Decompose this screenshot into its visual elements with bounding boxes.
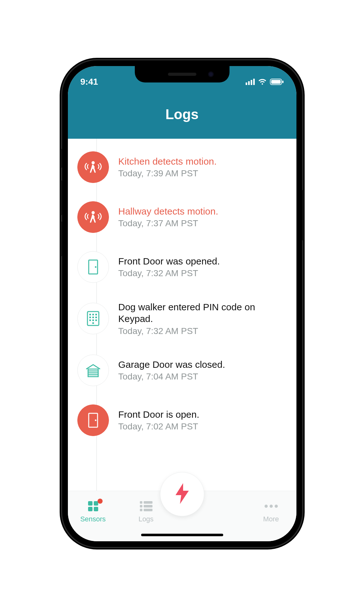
status-time: 9:41 <box>81 77 98 87</box>
battery-icon <box>270 78 284 85</box>
svg-rect-11 <box>89 317 91 318</box>
log-entry[interactable]: Hallway detects motion. Today, 7:37 AM P… <box>77 201 287 233</box>
svg-rect-9 <box>92 314 94 315</box>
more-icon <box>264 499 279 513</box>
motion-icon <box>77 151 109 183</box>
tab-bar: Sensors <box>68 491 296 541</box>
keypad-icon <box>77 303 109 334</box>
logs-list[interactable]: Kitchen detects motion. Today, 7:39 AM P… <box>68 139 296 491</box>
svg-rect-13 <box>95 317 97 318</box>
svg-rect-33 <box>144 509 152 511</box>
page-title: Logs <box>68 106 296 122</box>
volume-down-button <box>60 222 62 256</box>
log-entry[interactable]: Front Door was opened. Today, 7:32 AM PS… <box>77 251 287 283</box>
svg-point-36 <box>275 505 278 508</box>
svg-rect-2 <box>282 81 283 83</box>
log-timestamp: Today, 7:32 AM PST <box>118 326 287 336</box>
log-timestamp: Today, 7:32 AM PST <box>118 268 287 278</box>
list-icon <box>139 499 153 513</box>
phone-frame: 9:41 <box>62 60 302 547</box>
svg-point-3 <box>92 161 95 164</box>
log-title: Hallway detects motion. <box>118 205 287 217</box>
svg-rect-10 <box>95 314 97 315</box>
svg-rect-14 <box>89 319 91 321</box>
tab-label: Sensors <box>80 515 106 523</box>
svg-point-6 <box>95 266 96 268</box>
door-icon <box>77 404 109 436</box>
door-icon <box>77 251 109 283</box>
svg-point-35 <box>270 505 273 508</box>
log-timestamp: Today, 7:02 AM PST <box>118 422 287 432</box>
cellular-signal-icon <box>246 79 255 85</box>
garage-icon <box>77 355 109 386</box>
log-title: Kitchen detects motion. <box>118 155 287 167</box>
svg-rect-28 <box>140 501 142 504</box>
log-entry[interactable]: Garage Door was closed. Today, 7:04 AM P… <box>77 355 287 386</box>
svg-rect-15 <box>92 319 94 321</box>
svg-rect-27 <box>94 507 98 511</box>
power-button <box>302 190 304 240</box>
notification-dot-icon <box>98 499 103 504</box>
svg-rect-1 <box>271 80 281 84</box>
svg-rect-32 <box>140 509 142 511</box>
tab-label: More <box>263 515 279 523</box>
log-title: Garage Door was closed. <box>118 359 287 371</box>
mute-switch <box>60 149 62 168</box>
svg-point-23 <box>95 419 96 421</box>
log-timestamp: Today, 7:39 AM PST <box>118 168 287 179</box>
svg-point-34 <box>265 505 268 508</box>
bolt-icon <box>174 483 191 506</box>
arm-button[interactable] <box>160 472 204 516</box>
svg-rect-12 <box>92 317 94 318</box>
svg-rect-8 <box>89 314 91 315</box>
svg-rect-16 <box>95 319 97 321</box>
tab-more[interactable]: More <box>249 499 293 523</box>
motion-icon <box>77 201 109 233</box>
log-title: Front Door was opened. <box>118 255 287 267</box>
log-entry[interactable]: Dog walker entered PIN code on Keypad. T… <box>77 301 287 336</box>
volume-up-button <box>60 180 62 215</box>
svg-rect-24 <box>88 501 92 506</box>
home-indicator[interactable] <box>141 534 223 536</box>
svg-rect-29 <box>144 501 152 504</box>
log-timestamp: Today, 7:37 AM PST <box>118 218 287 228</box>
log-title: Front Door is open. <box>118 409 287 421</box>
tab-label: Logs <box>139 515 154 523</box>
svg-rect-17 <box>92 322 94 324</box>
log-timestamp: Today, 7:04 AM PST <box>118 372 287 382</box>
tab-sensors[interactable]: Sensors <box>71 499 115 523</box>
svg-rect-30 <box>140 505 142 507</box>
log-entry[interactable]: Front Door is open. Today, 7:02 AM PST <box>77 404 287 436</box>
svg-point-4 <box>92 211 95 214</box>
svg-rect-26 <box>88 507 92 511</box>
phone-notch <box>135 66 230 82</box>
log-entry[interactable]: Kitchen detects motion. Today, 7:39 AM P… <box>77 151 287 183</box>
log-title: Dog walker entered PIN code on Keypad. <box>118 301 287 325</box>
svg-rect-31 <box>144 505 152 507</box>
wifi-icon <box>258 78 267 85</box>
